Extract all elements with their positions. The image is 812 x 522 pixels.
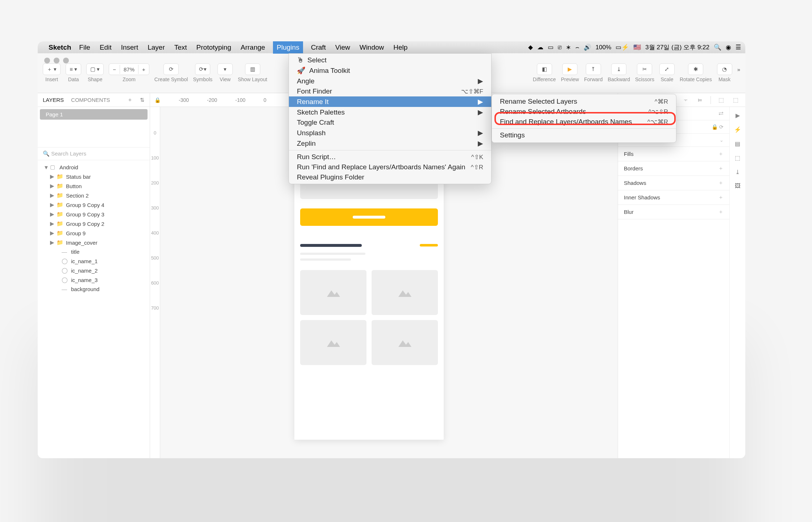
forward-button[interactable]: ⤒ bbox=[586, 63, 601, 75]
section-inner-shadows[interactable]: Inner Shadows bbox=[624, 194, 660, 200]
submenu-arrow-icon: ▶ bbox=[478, 129, 483, 137]
maximize-window-icon[interactable] bbox=[63, 58, 69, 63]
align-middle-icon[interactable]: ⫟ bbox=[682, 96, 690, 104]
layer-row[interactable]: ▶📁Image_cover bbox=[38, 238, 150, 247]
add-blur-button[interactable]: ＋ bbox=[718, 208, 724, 215]
filter-icon[interactable]: ⇅ bbox=[140, 97, 145, 103]
plugins-menu-item[interactable]: Reveal Plugins Folder bbox=[289, 172, 491, 182]
scale-button[interactable]: ⤢ bbox=[659, 63, 675, 75]
lock-icon[interactable]: 🔒 bbox=[154, 97, 161, 103]
plugins-menu-item[interactable]: Run Script…^⇧K bbox=[289, 152, 491, 162]
add-shadow-button[interactable]: ＋ bbox=[718, 179, 724, 186]
layer-row[interactable]: ▶📁Status bar bbox=[38, 172, 150, 181]
layer-row[interactable]: ◯ic_name_3 bbox=[38, 275, 150, 285]
menu-help[interactable]: Help bbox=[392, 44, 409, 51]
plugins-menu-item[interactable]: 🖱Select bbox=[289, 55, 491, 65]
zoom-in-button[interactable]: + bbox=[138, 65, 149, 74]
create-symbol-button[interactable]: ⟳ bbox=[163, 63, 179, 75]
plugins-menu-item[interactable]: Run 'Find and Replace Layers/Artboards N… bbox=[289, 162, 491, 172]
section-shadows[interactable]: Shadows bbox=[624, 180, 646, 186]
view-button[interactable]: ▾ bbox=[218, 63, 233, 75]
rename-submenu-item[interactable]: Rename Selected Artboards^⌥⇧R bbox=[492, 107, 676, 117]
tab-layers[interactable]: LAYERS bbox=[43, 97, 64, 103]
layout-icon[interactable]: ▤ bbox=[735, 140, 740, 147]
image-icon[interactable]: 🖼 bbox=[735, 183, 741, 189]
align-bottom-icon[interactable]: ⫢ bbox=[696, 96, 705, 104]
menu-text[interactable]: Text bbox=[173, 44, 188, 51]
layer-row[interactable]: ▶📁Section 2 bbox=[38, 191, 150, 200]
menu-edit[interactable]: Edit bbox=[98, 44, 113, 51]
plugins-menu-item[interactable]: Zeplin▶ bbox=[289, 138, 491, 149]
tab-components[interactable]: COMPONENTS bbox=[71, 97, 110, 103]
data-button[interactable]: ≡ ▾ bbox=[66, 65, 81, 74]
backward-button[interactable]: ⤓ bbox=[611, 63, 626, 75]
layer-row[interactable]: ▶📁Button bbox=[38, 181, 150, 191]
shape-button[interactable]: ▢ ▾ bbox=[87, 65, 103, 74]
layer-row[interactable]: ▶📁Group 9 bbox=[38, 228, 150, 238]
control-center-icon[interactable]: ☰ bbox=[736, 44, 741, 51]
layer-row[interactable]: ◯ic_name_2 bbox=[38, 266, 150, 275]
page-item[interactable]: Page 1 bbox=[40, 109, 148, 120]
distribute-v-icon[interactable]: ⬚ bbox=[732, 96, 740, 104]
menu-insert[interactable]: Insert bbox=[120, 44, 140, 51]
scissors-button[interactable]: ✂ bbox=[637, 63, 652, 75]
menu-arrange[interactable]: Arrange bbox=[239, 44, 267, 51]
search-layers-input[interactable]: 🔍 Search Layers bbox=[38, 147, 150, 160]
rotate-copies-button[interactable]: ✱ bbox=[688, 63, 703, 75]
prototype-play-icon[interactable]: ▶ bbox=[736, 112, 740, 119]
close-window-icon[interactable] bbox=[44, 58, 50, 63]
app-name[interactable]: Sketch bbox=[49, 44, 71, 51]
insert-button[interactable]: ＋ ▾ bbox=[43, 65, 60, 74]
show-layout-button[interactable]: ▥ bbox=[245, 63, 260, 75]
menu-file[interactable]: File bbox=[78, 44, 92, 51]
menu-item-label: Run Script… bbox=[297, 153, 336, 161]
chevron-down-icon[interactable]: ⌄ bbox=[720, 137, 724, 143]
minimize-window-icon[interactable] bbox=[54, 58, 59, 63]
export-icon[interactable]: ⤓ bbox=[735, 169, 740, 175]
rename-submenu-item[interactable]: Find and Replace Layers/Artboards Names^… bbox=[492, 117, 676, 127]
add-inner-shadow-button[interactable]: ＋ bbox=[718, 194, 724, 201]
rename-submenu-item[interactable]: Settings bbox=[492, 130, 676, 140]
layer-row[interactable]: ▶📁Group 9 Copy 3 bbox=[38, 210, 150, 219]
menu-view[interactable]: View bbox=[334, 44, 352, 51]
symbols-button[interactable]: ⟳▾ bbox=[195, 63, 210, 75]
plugins-menu-item[interactable]: Angle▶ bbox=[289, 76, 491, 86]
add-border-button[interactable]: ＋ bbox=[718, 165, 724, 172]
menu-window[interactable]: Window bbox=[358, 44, 386, 51]
zoom-out-button[interactable]: − bbox=[109, 65, 120, 74]
resize-icon[interactable]: ⬚ bbox=[735, 154, 740, 161]
menu-prototyping[interactable]: Prototyping bbox=[195, 44, 233, 51]
location-icon: ◆ bbox=[528, 44, 533, 51]
plugins-menu-item[interactable]: Font Finder⌥⇧⌘F bbox=[289, 86, 491, 96]
section-borders[interactable]: Borders bbox=[624, 165, 643, 171]
zoom-value[interactable]: 87% bbox=[120, 65, 138, 74]
mask-button[interactable]: ◔ bbox=[717, 63, 732, 75]
layer-row[interactable]: —background bbox=[38, 285, 150, 294]
plugins-menu-item[interactable]: Unsplash▶ bbox=[289, 128, 491, 138]
rename-submenu-item[interactable]: Rename Selected Layers^⌘R bbox=[492, 96, 676, 107]
menu-layer[interactable]: Layer bbox=[146, 44, 166, 51]
layer-row[interactable]: ▶📁Group 9 Copy 2 bbox=[38, 219, 150, 228]
add-fill-button[interactable]: ＋ bbox=[718, 150, 724, 157]
section-fills[interactable]: Fills bbox=[624, 151, 634, 157]
plugins-menu-item[interactable]: Toggle Craft bbox=[289, 117, 491, 128]
menu-plugins[interactable]: Plugins bbox=[273, 41, 303, 54]
plugins-menu-item[interactable]: Rename It▶ bbox=[289, 96, 491, 107]
forward-label: Forward bbox=[584, 76, 602, 82]
menu-item-label: Toggle Craft bbox=[297, 119, 334, 127]
menu-craft[interactable]: Craft bbox=[310, 44, 327, 51]
layer-artboard[interactable]: ▼▢Android bbox=[38, 162, 150, 172]
layer-row[interactable]: ◯ic_name_1 bbox=[38, 256, 150, 266]
distribute-h-icon[interactable]: ⬚ bbox=[717, 96, 726, 104]
plugins-menu-item[interactable]: Sketch Palettes▶ bbox=[289, 107, 491, 117]
plugins-menu-item[interactable]: 🚀Anima Toolkit bbox=[289, 65, 491, 76]
difference-button[interactable]: ◧ bbox=[537, 63, 552, 75]
bolt-icon[interactable]: ⚡ bbox=[734, 126, 741, 133]
layer-row[interactable]: ▶📁Group 9 Copy 4 bbox=[38, 200, 150, 210]
add-page-icon[interactable]: ＋ bbox=[127, 96, 133, 103]
preview-button[interactable]: ▶ bbox=[562, 63, 577, 75]
layer-row[interactable]: —title bbox=[38, 247, 150, 256]
siri-icon[interactable]: ◉ bbox=[726, 44, 731, 51]
spotlight-icon[interactable]: 🔍 bbox=[714, 44, 721, 51]
section-blur[interactable]: Blur bbox=[624, 209, 634, 215]
